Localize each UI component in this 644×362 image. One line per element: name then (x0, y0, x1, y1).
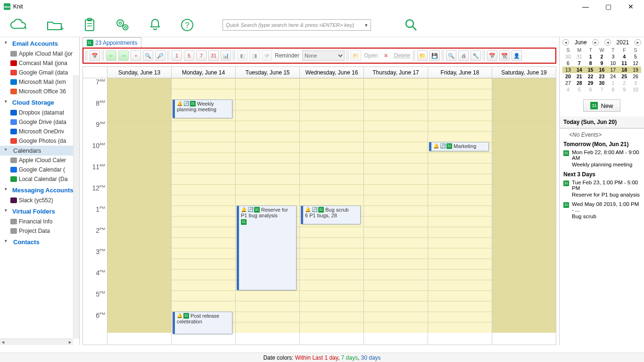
calendar-event[interactable]: 🔔🔄31Marketing (429, 142, 489, 151)
view-workweek-button[interactable]: 5 (184, 50, 194, 61)
quick-search-input[interactable]: Quick Search (type search here & press <… (223, 19, 371, 31)
mini-cal-day[interactable]: 6 (562, 60, 574, 66)
page-setup-button[interactable]: 🔧 (471, 50, 481, 61)
mini-cal-day[interactable]: 8 (607, 86, 619, 93)
mini-cal-day[interactable]: 22 (585, 73, 596, 80)
next-year-button[interactable]: ► (635, 39, 641, 46)
day-header[interactable]: Friday, June 18 (428, 67, 492, 78)
day-header[interactable]: Wednesday, June 16 (300, 67, 363, 78)
search-dropdown-icon[interactable]: ▾ (365, 22, 368, 28)
open-folder-button[interactable]: 📁 (417, 50, 428, 61)
day-column[interactable]: Thursday, June 17 (364, 67, 428, 345)
mini-cal-day[interactable]: 31 (574, 53, 585, 60)
open-button-icon[interactable]: 📂 (351, 50, 361, 61)
prev-month-button[interactable]: ◄ (562, 39, 569, 46)
sidebar-item[interactable]: Google Drive (data (0, 117, 79, 127)
day-body[interactable] (492, 78, 556, 333)
mini-cal-day[interactable]: 3 (607, 53, 619, 60)
sidebar-item[interactable]: Local Calendar (Da (0, 174, 79, 184)
next-month-button[interactable]: ► (592, 39, 599, 46)
folder-add-icon[interactable]: + (46, 19, 64, 31)
sidebar-item[interactable]: Google Gmail (data (0, 68, 79, 77)
sidebar-section-header[interactable]: Contacts (0, 236, 79, 247)
contacts-button[interactable]: 👤 (512, 50, 522, 61)
mini-cal-day[interactable]: 13 (562, 66, 574, 73)
goto-today-button[interactable]: ∘ (131, 50, 141, 61)
calendar-event[interactable]: 🔔🔄31Reserve for P1 bug analysis31 (237, 206, 297, 290)
bell-icon[interactable] (149, 18, 161, 32)
clipboard-icon[interactable] (83, 18, 96, 32)
mini-cal-day[interactable]: 7 (574, 60, 585, 66)
agenda-item[interactable]: 31Tue Feb 23, 1:00 PM - 5:00 PM (563, 180, 640, 191)
sidebar-item[interactable]: Microsoft Mail (lxm (0, 77, 79, 87)
window-close-button[interactable]: ✕ (621, 3, 640, 10)
mini-cal-day[interactable]: 23 (596, 73, 608, 80)
mini-cal-day[interactable]: 14 (574, 66, 585, 73)
day-body[interactable]: 🔔🔄31Bug scrub 6 P1 bugs, 28 (300, 78, 363, 333)
search-icon[interactable] (404, 18, 418, 32)
day-header[interactable]: Monday, June 14 (172, 67, 235, 78)
mini-cal-day[interactable]: 2 (596, 53, 608, 60)
mini-cal-day[interactable]: 19 (630, 66, 641, 73)
day-column[interactable]: Saturday, June 19 (492, 67, 556, 345)
mini-cal-day[interactable]: 5 (630, 53, 641, 60)
view-day-button[interactable]: 1 (172, 50, 182, 61)
mini-cal-day[interactable]: 24 (607, 73, 619, 80)
agenda-item[interactable]: 31Wed May 08 2019, 1:00 PM - ... (563, 201, 640, 213)
sidebar-item[interactable]: Slack (yc552) (0, 196, 79, 205)
delete-button-icon[interactable]: ✖ (380, 50, 391, 61)
save-button[interactable]: 💾 (429, 50, 440, 61)
day-header[interactable]: Sunday, June 13 (107, 67, 171, 78)
open-button[interactable]: Open (363, 52, 379, 59)
settings-gear-icon[interactable] (115, 18, 130, 32)
sidebar-section-header[interactable]: Cloud Storage (0, 96, 79, 108)
sidebar-item[interactable]: Financial Info (0, 217, 79, 226)
multi-view-button[interactable]: 📆 (499, 50, 510, 61)
sidebar-section-header[interactable]: Email Accounts (0, 37, 79, 49)
sidebar-section-header[interactable]: Messaging Accounts (0, 184, 79, 196)
sidebar-item[interactable]: Apple iCloud Caler (0, 156, 79, 165)
reminder-select[interactable]: None (302, 50, 345, 61)
sidebar-section-header[interactable]: Virtual Folders (0, 205, 79, 217)
view-month-button[interactable]: 31 (208, 50, 219, 61)
day-header[interactable]: Saturday, June 19 (492, 67, 556, 78)
mini-cal-day[interactable]: 12 (630, 60, 641, 66)
mini-cal-day[interactable]: 7 (596, 86, 608, 93)
day-body[interactable]: 🔔🔄31Weekly planning meeting🔔31Post relea… (172, 78, 235, 333)
sidebar-item[interactable]: Google Calendar ( (0, 165, 79, 174)
sidebar-item[interactable]: Apple iCloud Mail (jor (0, 49, 79, 58)
align-right-button[interactable]: ◨ (249, 50, 260, 61)
sidebar-item[interactable]: Project Data (0, 226, 79, 236)
day-column[interactable]: Sunday, June 13 (107, 67, 172, 345)
mini-cal-day[interactable]: 10 (607, 60, 619, 66)
day-column[interactable]: Wednesday, June 16🔔🔄31Bug scrub 6 P1 bug… (300, 67, 364, 345)
mini-cal-day[interactable]: 28 (574, 80, 585, 86)
delete-button[interactable]: Delete (393, 52, 411, 59)
day-column[interactable]: Monday, June 14🔔🔄31Weekly planning meeti… (172, 67, 236, 345)
mini-cal-day[interactable]: 8 (585, 60, 596, 66)
nav-forward-button[interactable]: → (118, 50, 129, 61)
day-body[interactable]: 🔔🔄31Marketing (428, 78, 492, 333)
sidebar-item[interactable]: Comcast Mail (jona (0, 58, 79, 68)
day-body[interactable]: 🔔🔄31Reserve for P1 bug analysis31 (236, 78, 299, 333)
align-left-button[interactable]: ◧ (237, 50, 248, 61)
mini-cal-day[interactable]: 16 (596, 66, 608, 73)
sidebar-item[interactable]: Microsoft OneDriv (0, 127, 79, 136)
sidebar-section-header[interactable]: Calendars (0, 146, 79, 156)
help-icon[interactable]: ? (180, 18, 194, 32)
sidebar-vertical-scrollbar[interactable] (73, 75, 79, 338)
mini-calendar[interactable]: SMTWTFS303112345678910111213141516171819… (562, 47, 641, 93)
mini-cal-day[interactable]: 27 (562, 80, 574, 86)
mini-cal-day[interactable]: 5 (574, 86, 585, 93)
calendar-event[interactable]: 🔔🔄31Bug scrub 6 P1 bugs, 28 (301, 206, 361, 224)
mini-cal-day[interactable]: 4 (619, 53, 630, 60)
day-column[interactable]: Friday, June 18🔔🔄31Marketing (428, 67, 492, 345)
mini-cal-day[interactable]: 9 (619, 86, 630, 93)
cloud-add-icon[interactable]: + (9, 19, 27, 31)
view-week-button[interactable]: 7 (196, 50, 206, 61)
zoom-in-button[interactable]: 🔍 (143, 50, 153, 61)
mini-cal-day[interactable]: 30 (596, 80, 608, 86)
mini-cal-day[interactable]: 26 (630, 73, 641, 80)
mini-cal-day[interactable]: 20 (562, 73, 574, 80)
day-body[interactable] (364, 78, 428, 333)
